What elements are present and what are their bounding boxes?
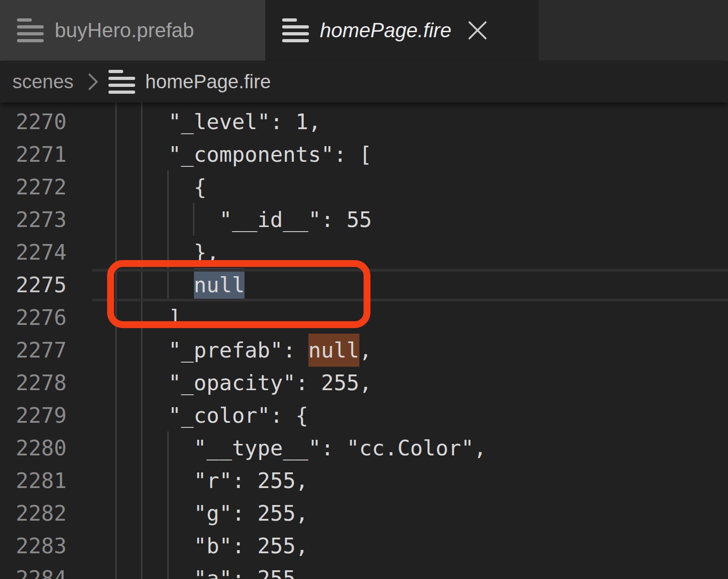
breadcrumb-item-file[interactable]: homePage.fire: [145, 71, 271, 93]
code-line[interactable]: 2279 "_color": {: [0, 399, 728, 432]
code-line[interactable]: 2271 "_components": [: [0, 138, 728, 171]
code-line[interactable]: 2275 null: [0, 269, 728, 301]
line-number[interactable]: 2282: [0, 497, 67, 530]
code-token: "b": 255,: [92, 534, 308, 558]
close-icon[interactable]: [467, 20, 488, 41]
code-line[interactable]: 2284 "a": 255: [0, 562, 728, 579]
tab-homepage-fire[interactable]: homePage.fire: [265, 0, 539, 61]
code-text: "_color": {: [92, 399, 308, 432]
breadcrumb: scenes homePage.fire: [0, 61, 728, 102]
file-lines-icon: [108, 70, 135, 94]
code-token: "_opacity": 255,: [92, 370, 372, 395]
code-token: },: [92, 240, 219, 265]
breadcrumb-item-scenes[interactable]: scenes: [12, 71, 74, 93]
line-number[interactable]: 2277: [0, 334, 67, 367]
code-token: "_level": 1,: [92, 109, 321, 134]
line-number[interactable]: 2271: [0, 138, 67, 171]
file-lines-icon: [17, 18, 44, 42]
code-text: "a": 255: [92, 562, 296, 579]
line-number[interactable]: 2280: [0, 432, 67, 465]
code-line[interactable]: 2278 "_opacity": 255,: [0, 367, 728, 399]
code-text: "_level": 1,: [92, 106, 321, 138]
line-number[interactable]: 2278: [0, 367, 67, 399]
code-line[interactable]: 2272 {: [0, 171, 728, 204]
line-number[interactable]: 2276: [0, 301, 67, 334]
line-number[interactable]: 2275: [0, 269, 67, 301]
code-text: "r": 255,: [92, 465, 308, 497]
code-text: "_prefab": null,: [92, 334, 372, 367]
code-text: "__type__": "cc.Color",: [92, 432, 487, 465]
tab-bar: buyHero.prefab homePage.fire: [0, 0, 728, 61]
code-line[interactable]: 2282 "g": 255,: [0, 497, 728, 530]
line-number[interactable]: 2281: [0, 465, 67, 497]
code-line[interactable]: 2280 "__type__": "cc.Color",: [0, 432, 728, 465]
code-line[interactable]: 2277 "_prefab": null,: [0, 334, 728, 367]
line-number[interactable]: 2274: [0, 236, 67, 269]
code-text: },: [92, 236, 219, 269]
code-token: [92, 272, 194, 297]
word-highlight: null: [308, 334, 359, 367]
line-number[interactable]: 2272: [0, 171, 67, 204]
file-lines-icon: [282, 18, 309, 42]
code-text: null: [92, 269, 245, 301]
code-token: "g": 255,: [92, 501, 308, 526]
tab-label: homePage.fire: [320, 19, 451, 42]
code-text: "_opacity": 255,: [92, 367, 372, 399]
chevron-right-icon: [81, 73, 98, 90]
code-line[interactable]: 2274 },: [0, 236, 728, 269]
code-line[interactable]: 2276 ],: [0, 301, 728, 334]
line-number[interactable]: 2279: [0, 399, 67, 432]
line-number[interactable]: 2273: [0, 204, 67, 236]
code-text: "__id__": 55: [92, 204, 372, 236]
code-text: ],: [92, 301, 194, 334]
code-token: "_prefab":: [92, 338, 308, 363]
selection-highlight: null: [194, 268, 245, 301]
code-token: "a": 255: [92, 566, 296, 579]
code-line[interactable]: 2283 "b": 255,: [0, 530, 728, 562]
code-token: ],: [92, 305, 194, 330]
tab-label: buyHero.prefab: [55, 19, 194, 42]
code-token: "r": 255,: [92, 468, 308, 493]
code-line[interactable]: 2281 "r": 255,: [0, 465, 728, 497]
code-token: "__type__": "cc.Color",: [92, 436, 487, 460]
code-token: ,: [359, 338, 372, 363]
code-text: "b": 255,: [92, 530, 308, 562]
code-token: {: [92, 175, 206, 199]
code-editor-window: { "tab_bar": { "tabs": [ { "label": "buy…: [0, 0, 728, 579]
tab-buyhero-prefab[interactable]: buyHero.prefab: [0, 0, 265, 61]
code-token: "__id__": 55: [92, 207, 372, 232]
line-number[interactable]: 2284: [0, 562, 67, 579]
code-text: "g": 255,: [92, 497, 308, 530]
code-line[interactable]: 2273 "__id__": 55: [0, 204, 728, 236]
code-line[interactable]: 2270 "_level": 1,: [0, 106, 728, 138]
code-text: "_components": [: [92, 138, 372, 171]
line-number[interactable]: 2283: [0, 530, 67, 562]
code-text: {: [92, 171, 206, 204]
editor-pane[interactable]: 2270 "_level": 1,2271 "_components": [22…: [0, 102, 728, 579]
code-token: "_color": {: [92, 403, 308, 428]
code-token: "_components": [: [92, 142, 372, 167]
line-number[interactable]: 2270: [0, 106, 67, 138]
